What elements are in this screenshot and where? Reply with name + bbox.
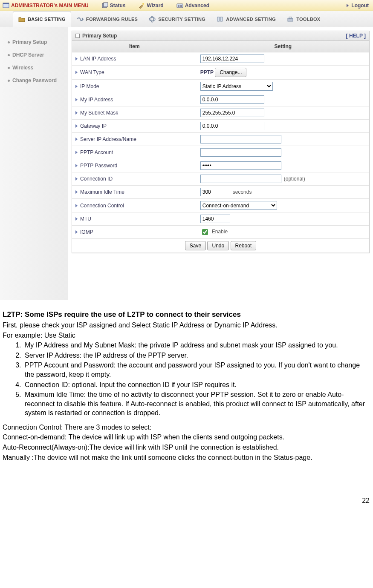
doc-li4: Connection ID: optional. Input the conne… [23, 380, 366, 390]
menu-advanced[interactable]: Advanced [176, 2, 209, 9]
row-lan-ip: LAN IP Address [72, 52, 369, 66]
row-label: LAN IP Address [80, 56, 116, 62]
svg-rect-7 [180, 5, 182, 7]
row-label: My IP Address [80, 97, 113, 103]
menu-status[interactable]: Status [101, 2, 126, 9]
window-icon [3, 2, 9, 9]
row-label: PPTP Password [80, 163, 117, 169]
row-mtu: MTU [72, 212, 369, 226]
row-label: IP Mode [80, 83, 99, 89]
doc-cc2: Auto-Reconnect(Always-on):The device wil… [3, 443, 366, 452]
sidebar-item-label: Wireless [12, 65, 33, 71]
pptp-password-input[interactable] [200, 161, 281, 170]
menu-logout-label: Logout [351, 3, 369, 9]
row-label: IGMP [80, 229, 93, 235]
tab-basic-setting[interactable]: BASIC SETTING [13, 11, 71, 27]
row-label: Server IP Address/Name [80, 136, 136, 142]
menu-wizard-label: Wizard [147, 3, 163, 9]
connection-id-input[interactable] [200, 175, 281, 183]
sidebar-item-change-password[interactable]: Change Password [0, 74, 68, 87]
save-button[interactable]: Save [185, 241, 206, 250]
my-ip-input[interactable] [200, 95, 264, 104]
svg-rect-10 [288, 18, 293, 21]
ip-mode-select[interactable]: Static IP Address [200, 82, 273, 91]
gateway-input[interactable] [200, 122, 264, 130]
triangle-icon [75, 138, 78, 141]
triangle-icon [75, 98, 78, 101]
doc-cc-head: Connection Control: There are 3 modes to… [3, 423, 366, 432]
sidebar-item-dhcp[interactable]: DHCP Server [0, 49, 68, 61]
svg-rect-6 [178, 5, 179, 7]
row-subnet: My Subnet Mask [72, 106, 369, 120]
help-link[interactable]: [ HELP ] [346, 33, 366, 39]
triangle-icon [75, 177, 78, 181]
sidebar-item-wireless[interactable]: Wireless [0, 61, 68, 74]
pptp-account-input[interactable] [200, 148, 281, 157]
top-menubar: ADMINISTRATOR's MAIN MENU Status Wizard … [0, 0, 373, 11]
primary-setup-panel: Primary Setup [ HELP ] Item Setting LAN … [72, 31, 370, 253]
reboot-button[interactable]: Reboot [231, 241, 257, 250]
igmp-checkbox[interactable] [202, 229, 208, 235]
undo-button[interactable]: Undo [207, 241, 229, 250]
security-icon [149, 16, 156, 23]
doc-intro2: For example: Use Static [3, 331, 366, 340]
server-ip-input[interactable] [200, 135, 281, 143]
menu-logout[interactable]: Logout [347, 3, 369, 9]
book-icon [217, 16, 223, 23]
row-server-ip: Server IP Address/Name [72, 133, 369, 146]
sidebar: Primary Setup DHCP Server Wireless Chang… [0, 27, 68, 300]
wan-type-value: PPTP [200, 69, 214, 75]
col-item: Item [72, 41, 197, 52]
tab-advanced-setting[interactable]: ADVANCED SETTING [211, 11, 281, 27]
svg-point-8 [149, 17, 155, 21]
triangle-icon [75, 111, 78, 115]
tab-forwarding-label: FORWARDING RULES [86, 17, 138, 22]
wizard-icon [138, 2, 145, 9]
doc-li3: PPTP Account and Password: the account a… [23, 361, 366, 379]
optional-note: (optional) [284, 176, 305, 182]
folder-icon [18, 16, 25, 23]
row-ip-mode: IP Mode Static IP Address [72, 80, 369, 93]
row-label: MTU [80, 216, 91, 222]
menu-admin[interactable]: ADMINISTRATOR's MAIN MENU [3, 2, 89, 9]
bullet-icon [8, 41, 10, 43]
sidebar-item-label: Primary Setup [12, 39, 47, 45]
row-label: Maximum Idle Time [80, 189, 124, 195]
document-body: L2TP: Some ISPs require the use of L2TP … [0, 300, 369, 480]
triangle-icon [75, 151, 78, 154]
sidebar-item-label: Change Password [12, 77, 57, 83]
svg-rect-1 [3, 3, 9, 4]
connection-control-select[interactable]: Connect-on-demand [200, 201, 277, 210]
tab-security[interactable]: SECURITY SETTING [143, 11, 211, 27]
doc-intro1: First, please check your ISP assigned an… [3, 321, 366, 330]
status-icon [101, 2, 108, 9]
doc-cc3: Manually :The device will not make the l… [3, 453, 366, 462]
mtu-input[interactable] [200, 215, 230, 223]
triangle-icon [75, 71, 78, 74]
enable-note: Enable [212, 229, 228, 235]
tab-toolbox[interactable]: TOOLBOX [281, 11, 326, 27]
row-pptp-account: PPTP Account [72, 146, 369, 159]
row-buttons: Save Undo Reboot [72, 239, 369, 253]
svg-point-9 [151, 16, 153, 22]
forwarding-icon [77, 16, 84, 23]
tab-bar: BASIC SETTING FORWARDING RULES SECURITY … [0, 11, 373, 27]
max-idle-input[interactable] [200, 188, 230, 196]
tab-basic-label: BASIC SETTING [28, 17, 66, 22]
row-connection-control: Connection Control Connect-on-demand [72, 199, 369, 212]
tab-forwarding[interactable]: FORWARDING RULES [71, 11, 143, 27]
menu-wizard[interactable]: Wizard [138, 2, 163, 9]
subnet-input[interactable] [200, 109, 264, 117]
row-label: PPTP Account [80, 149, 113, 155]
bullet-icon [8, 54, 10, 56]
triangle-icon [75, 230, 78, 234]
sidebar-item-primary-setup[interactable]: Primary Setup [0, 36, 68, 49]
lan-ip-input[interactable] [200, 54, 264, 63]
doc-li1: My IP Address and My Subnet Mask: the pr… [23, 341, 366, 350]
svg-point-4 [142, 3, 144, 5]
row-my-ip: My IP Address [72, 93, 369, 106]
change-button[interactable]: Change... [215, 68, 246, 77]
bullet-icon [8, 80, 10, 82]
panel-icon [75, 34, 80, 38]
doc-list: My IP Address and My Subnet Mask: the pr… [3, 341, 366, 418]
